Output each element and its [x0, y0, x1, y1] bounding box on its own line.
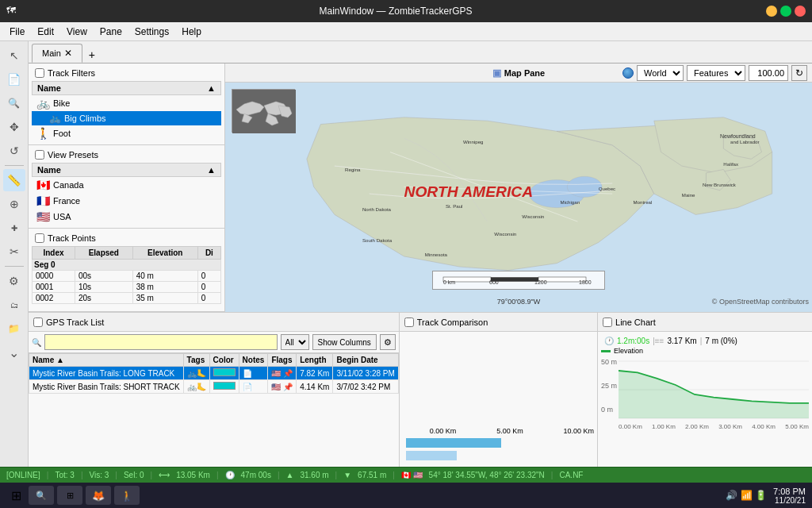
taskbar-app-search[interactable]: 🔍 [29, 486, 54, 505]
track-filters-header: Name ▲ [32, 81, 221, 95]
close-button[interactable] [795, 6, 806, 17]
rotate-tool[interactable]: ↺ [3, 140, 25, 162]
presets-name-col[interactable]: Name [37, 165, 207, 175]
index-col-header[interactable]: Index [33, 247, 75, 260]
menu-view[interactable]: View [60, 25, 94, 39]
dist-icon: ⟷ [159, 471, 170, 479]
length-header[interactable]: Length [297, 354, 333, 367]
start-button[interactable]: ⊞ [6, 486, 25, 505]
table-row[interactable]: 0000 00s 40 m 0 [33, 271, 221, 282]
big-climbs-item[interactable]: 🚲 Big Climbs [32, 111, 221, 125]
page-tool[interactable]: 📄 [3, 68, 25, 90]
menu-file[interactable]: File [3, 25, 31, 39]
chart-svg-container: 0.00 Km 1.00 Km 2.00 Km 3.00 Km 4.00 Km … [619, 358, 809, 430]
waypoint-tool[interactable]: ✚ [3, 217, 25, 239]
clock: 7:08 PM 11/20/21 [773, 487, 806, 505]
all-select[interactable]: All [281, 334, 309, 350]
linechart-checkbox[interactable] [603, 318, 612, 327]
track-tool[interactable]: ⊕ [3, 193, 25, 215]
di-col-header[interactable]: Di [197, 247, 220, 260]
name-col-header[interactable]: Name [37, 83, 207, 93]
y-axis: 50 m 25 m 0 m [601, 358, 619, 414]
refresh-button[interactable]: ↻ [791, 65, 807, 81]
content-area: Main ✕ + [29, 41, 812, 467]
comparison-chart: 0.00 Km 5.00 Km 10.00 Km [400, 332, 597, 467]
flags-header[interactable]: Flags [268, 354, 297, 367]
tags-header[interactable]: Tags [183, 354, 209, 367]
svg-text:New Brunswick: New Brunswick [703, 182, 737, 187]
expand-tool[interactable]: ⌄ [3, 341, 25, 364]
tab-main-label: Main [42, 48, 61, 58]
desc-status: 67.51 m [358, 471, 386, 479]
bike-item[interactable]: 🚲 Bike [32, 95, 221, 111]
svg-text:Halifax: Halifax [723, 161, 738, 167]
map-view[interactable]: Regina Winnipeg St. Paul Wisconsin Michi… [225, 83, 812, 312]
new-tab-button[interactable]: + [82, 47, 102, 63]
taskbar-app-firefox[interactable]: 🦊 [86, 486, 111, 505]
zoom-tool[interactable]: 🔍 [3, 92, 25, 114]
tab-main[interactable]: Main ✕ [32, 44, 82, 63]
world-select[interactable]: World [637, 65, 684, 81]
track-points-checkbox[interactable] [35, 233, 44, 243]
menu-settings[interactable]: Settings [128, 25, 175, 39]
menu-edit[interactable]: Edit [31, 25, 60, 39]
svg-text:Regina: Regina [345, 167, 361, 172]
measure-tool[interactable]: 📏 [3, 169, 25, 191]
track-list-checkbox[interactable] [33, 318, 43, 327]
elapsed-col-header[interactable]: Elapsed [75, 247, 132, 260]
elevation-legend-label: Elevation [614, 347, 643, 355]
name-header[interactable]: Name ▲ [29, 354, 184, 367]
point-elev-2: 35 m [132, 293, 197, 304]
folder-tool[interactable]: 📁 [3, 318, 25, 340]
elevation-col-header[interactable]: Elevation [132, 247, 197, 260]
table-row[interactable]: Mystic River Basin Trails: SHORT TRACK 🚲… [29, 380, 399, 394]
three-panel: Track Filters Name ▲ 🚲 Bike � [29, 64, 812, 312]
tab-bar: Main ✕ + [29, 41, 812, 64]
features-select[interactable]: Features [687, 65, 745, 81]
svg-text:0 km: 0 km [443, 279, 455, 285]
begin-date-header[interactable]: Begin Date [333, 354, 398, 367]
canada-item[interactable]: 🇨🇦 Canada [32, 177, 221, 193]
table-row[interactable]: Mystic River Basin Trails: LONG TRACK 🚲🦶… [29, 367, 399, 380]
move-tool[interactable]: ✥ [3, 116, 25, 138]
comparison-bars [403, 438, 594, 464]
point-di-1: 0 [197, 282, 220, 293]
track-filters-checkbox[interactable] [35, 68, 44, 78]
usa-item[interactable]: 🇺🇸 USA [32, 209, 221, 225]
minimize-button[interactable] [766, 6, 777, 17]
maximize-button[interactable] [780, 6, 791, 17]
point-elapsed-0: 00s [75, 271, 132, 282]
comparison-checkbox[interactable] [404, 318, 414, 327]
track-length-1: 4.14 Km [297, 380, 333, 394]
scissors-tool[interactable]: ✂ [3, 241, 25, 263]
notes-header[interactable]: Notes [239, 354, 268, 367]
track-color-0 [209, 367, 239, 380]
svg-text:1800: 1800 [579, 279, 592, 285]
svg-text:1200: 1200 [534, 279, 547, 285]
settings-tool[interactable]: ⚙ [3, 270, 25, 292]
titlebar: 🗺 MainWindow — ZombieTrackerGPS [0, 0, 812, 22]
taskbar-app-gps[interactable]: 🚶 [114, 486, 140, 505]
foot-item[interactable]: 🚶 Foot [32, 125, 221, 141]
color-header[interactable]: Color [209, 354, 239, 367]
view-presets-checkbox[interactable] [35, 150, 44, 160]
menu-help[interactable]: Help [175, 25, 208, 39]
table-row[interactable]: 0002 20s 35 m 0 [33, 293, 221, 304]
vis-status: Vis: 3 [89, 471, 109, 479]
show-columns-button[interactable]: Show Columns [312, 334, 377, 350]
filter-input[interactable] [44, 334, 278, 350]
table-row[interactable]: 0001 10s 38 m 0 [33, 282, 221, 293]
menu-pane[interactable]: Pane [94, 25, 128, 39]
track-notes-0: 📄 [239, 367, 268, 380]
taskbar-app-windows[interactable]: ⊞ [57, 486, 82, 505]
pointer-tool[interactable]: ↖ [3, 44, 25, 67]
point-elapsed-2: 20s [75, 293, 132, 304]
track-options-button[interactable]: ⚙ [380, 334, 396, 350]
zoom-input[interactable]: 100.00 [749, 65, 788, 81]
svg-text:South Dakota: South Dakota [362, 237, 393, 243]
layer-tool[interactable]: 🗂 [3, 294, 25, 316]
svg-text:NORTH AMERICA: NORTH AMERICA [404, 184, 534, 201]
asc-status: 31.60 m [300, 471, 328, 479]
tab-add-icon[interactable]: ✕ [64, 48, 72, 59]
france-item[interactable]: 🇫🇷 France [32, 193, 221, 209]
